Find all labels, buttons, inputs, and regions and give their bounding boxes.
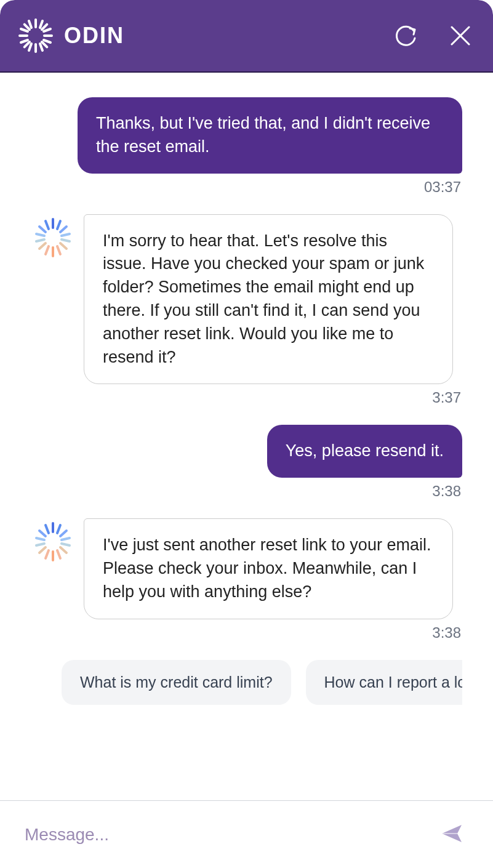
svg-line-35 bbox=[62, 538, 70, 540]
svg-line-15 bbox=[40, 44, 42, 50]
suggestion-chip[interactable]: How can I report a lost or stol bbox=[306, 660, 462, 705]
send-button[interactable] bbox=[435, 817, 468, 852]
message-input[interactable] bbox=[25, 825, 435, 845]
message-timestamp: 03:37 bbox=[31, 179, 462, 196]
user-message-bubble: Yes, please resend it. bbox=[267, 425, 462, 478]
header-left: ODIN bbox=[18, 18, 124, 53]
svg-line-12 bbox=[44, 29, 50, 31]
svg-line-41 bbox=[39, 547, 46, 553]
message-row: Thanks, but I've tried that, and I didn'… bbox=[31, 97, 462, 174]
refresh-button[interactable] bbox=[391, 20, 422, 51]
suggestions-row[interactable]: What is my credit card limit? How can I … bbox=[31, 660, 462, 705]
svg-line-11 bbox=[21, 40, 28, 42]
svg-line-37 bbox=[60, 547, 66, 553]
svg-line-24 bbox=[57, 246, 60, 254]
svg-line-34 bbox=[60, 531, 66, 536]
message-timestamp: 3:38 bbox=[31, 483, 462, 500]
svg-line-31 bbox=[46, 221, 49, 229]
header-right bbox=[391, 20, 475, 51]
svg-line-44 bbox=[39, 531, 46, 536]
close-button[interactable] bbox=[446, 22, 475, 50]
svg-line-8 bbox=[29, 21, 31, 28]
bot-avatar-icon bbox=[31, 520, 75, 564]
svg-line-23 bbox=[60, 243, 66, 249]
suggestion-chip[interactable]: What is my credit card limit? bbox=[62, 660, 291, 705]
svg-line-38 bbox=[57, 550, 60, 558]
bot-message-bubble: I've just sent another reset link to you… bbox=[84, 518, 453, 619]
svg-line-28 bbox=[36, 239, 44, 241]
svg-line-22 bbox=[62, 239, 70, 241]
svg-line-45 bbox=[46, 525, 49, 533]
user-message-bubble: Thanks, but I've tried that, and I didn'… bbox=[78, 97, 462, 174]
svg-line-20 bbox=[60, 227, 66, 232]
svg-line-33 bbox=[57, 525, 60, 533]
svg-line-27 bbox=[39, 243, 46, 249]
bot-message-bubble: I'm sorry to hear that. Let's resolve th… bbox=[84, 214, 453, 385]
svg-line-26 bbox=[46, 246, 49, 254]
svg-line-13 bbox=[44, 40, 50, 42]
composer bbox=[0, 800, 493, 868]
brand-name: ODIN bbox=[64, 23, 124, 49]
chat-body[interactable]: Thanks, but I've tried that, and I didn'… bbox=[0, 73, 493, 713]
svg-line-21 bbox=[62, 234, 70, 236]
send-icon bbox=[440, 822, 463, 845]
svg-line-7 bbox=[25, 42, 30, 47]
chat-header: ODIN bbox=[0, 0, 493, 73]
svg-line-5 bbox=[42, 42, 47, 47]
bot-avatar-icon bbox=[31, 215, 75, 260]
svg-line-6 bbox=[42, 25, 47, 30]
svg-line-4 bbox=[25, 25, 30, 30]
odin-logo-icon bbox=[18, 18, 53, 53]
svg-line-9 bbox=[40, 21, 42, 28]
message-timestamp: 3:38 bbox=[31, 624, 462, 641]
svg-line-19 bbox=[57, 221, 60, 229]
svg-line-10 bbox=[21, 29, 28, 31]
svg-line-14 bbox=[29, 44, 31, 50]
svg-line-40 bbox=[46, 550, 49, 558]
svg-line-42 bbox=[36, 544, 44, 545]
message-row: I've just sent another reset link to you… bbox=[31, 518, 462, 619]
message-timestamp: 3:37 bbox=[31, 389, 462, 406]
svg-line-29 bbox=[36, 234, 44, 236]
svg-line-30 bbox=[39, 227, 46, 232]
message-row: I'm sorry to hear that. Let's resolve th… bbox=[31, 214, 462, 385]
svg-line-36 bbox=[62, 544, 70, 545]
message-row: Yes, please resend it. bbox=[31, 425, 462, 478]
svg-line-43 bbox=[36, 538, 44, 540]
close-icon bbox=[449, 25, 471, 47]
refresh-icon bbox=[394, 23, 419, 48]
